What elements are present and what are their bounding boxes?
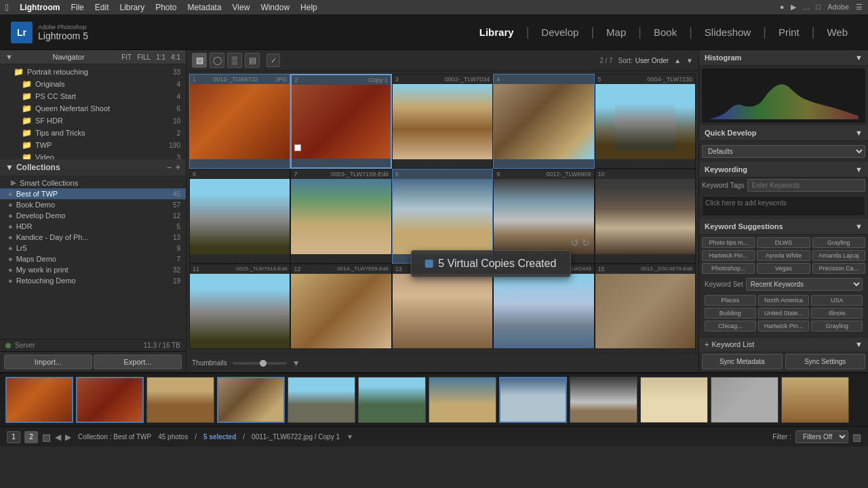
menu-photo[interactable]: Photo <box>155 3 176 12</box>
page-2-button[interactable]: 2 <box>24 431 38 443</box>
menu-edit[interactable]: Edit <box>95 3 109 12</box>
kw-list-collapse[interactable]: ▼ <box>855 340 863 348</box>
tab-library[interactable]: Library <box>470 24 524 41</box>
quick-develop-header[interactable]: Quick Develop ▼ <box>699 125 868 141</box>
photo-cell-12[interactable]: 12 0014-_TLW7659-Edit <box>290 264 391 350</box>
preset-select[interactable]: Defaults <box>702 145 865 158</box>
tab-map[interactable]: Map <box>597 24 635 41</box>
photo-cell-9[interactable]: 9 0012-_TLW6909 ↺ ↻ . . . . . <box>493 169 594 264</box>
quick-develop-collapse[interactable]: ▼ <box>855 129 863 137</box>
compare-view-button[interactable]: ▒ <box>227 53 242 68</box>
folder-item[interactable]: 📁 Video 3 <box>0 151 186 159</box>
sync-settings-button[interactable]: Sync Settings <box>785 354 866 369</box>
tab-print[interactable]: Print <box>769 24 809 41</box>
filmstrip-thumb-2[interactable] <box>76 377 144 423</box>
export-button[interactable]: Export... <box>94 354 182 369</box>
sys-icon-more[interactable]: ... <box>803 3 809 12</box>
collection-lr5[interactable]: ● Lr5 9 <box>0 243 186 253</box>
place-chip[interactable]: Building <box>705 308 756 319</box>
slider-thumb[interactable] <box>260 360 267 367</box>
suggestion-chip[interactable]: Hartwick Pin... <box>702 250 755 261</box>
folder-item[interactable]: 📁 PS CC Start 4 <box>0 90 186 102</box>
apple-menu[interactable]:  <box>5 2 9 13</box>
tab-develop[interactable]: Develop <box>532 24 588 41</box>
collections-minus[interactable]: − <box>167 163 172 172</box>
photo-cell-7[interactable]: 7 0003-_TLW7159-Edit . . . . . <box>290 169 391 264</box>
collection-best-twp[interactable]: ● Best of TWP 45 <box>0 188 186 199</box>
place-chip[interactable]: USA <box>811 295 863 306</box>
photo-cell-4[interactable]: 4 . . . . . <box>493 74 594 169</box>
collection-retouching[interactable]: ● Retouching Demo 19 <box>0 275 186 286</box>
collection-kandice[interactable]: ● Kandice - Day of Ph... 13 <box>0 232 186 243</box>
tab-book[interactable]: Book <box>644 24 686 41</box>
tab-slideshow[interactable]: Slideshow <box>695 24 760 41</box>
nav-fit[interactable]: FIT <box>121 54 132 61</box>
collection-hdr[interactable]: ● HDR 5 <box>0 221 186 232</box>
import-button[interactable]: Import... <box>4 354 92 369</box>
collections-header[interactable]: ▼ Collections − + <box>0 159 186 176</box>
photo-cell-8[interactable]: 8 . . . . . <box>392 169 493 264</box>
folder-item[interactable]: 📁 Queen Nefertari Shoot 6 <box>0 102 186 115</box>
photo-cell-11[interactable]: 11 0015-_TLW7914-Edit <box>189 264 290 350</box>
sys-icon-adobe[interactable]: Adobe <box>827 3 849 12</box>
suggestion-chip[interactable]: DLWS <box>757 237 810 248</box>
menu-file[interactable]: File <box>71 3 83 12</box>
filmstrip-thumb-12[interactable] <box>781 377 849 423</box>
tab-web[interactable]: Web <box>817 24 857 41</box>
folder-item[interactable]: 📁 TWP 190 <box>0 139 186 151</box>
histogram-collapse[interactable]: ▼ <box>855 54 863 62</box>
filmstrip-thumb-3[interactable] <box>146 377 214 423</box>
photo-cell-6[interactable]: 6 . . . . . <box>189 169 290 264</box>
collection-maps[interactable]: ● Maps Demo 7 <box>0 253 186 264</box>
filmstrip-thumb-9[interactable] <box>570 377 637 423</box>
photo-cell-1[interactable]: 1 0011-_TLW6722 JPG . . . . . <box>189 74 290 169</box>
filename-dropdown-icon[interactable]: ▼ <box>347 433 353 441</box>
folder-item[interactable]: 📁 Tips and Tricks 2 <box>0 127 186 139</box>
place-chip[interactable]: North America <box>758 295 810 306</box>
sort-asc-icon[interactable]: ▲ <box>674 57 681 64</box>
filmstrip-thumb-6[interactable] <box>358 377 426 423</box>
app-menu-name[interactable]: Lightroom <box>20 3 60 12</box>
view-grid-icon[interactable]: ▧ <box>42 432 51 443</box>
suggestion-chip[interactable]: Ayoola White <box>757 250 810 261</box>
photo-cell-5[interactable]: 5 0004-_TLW7230 . . . . . <box>595 74 696 169</box>
nav-1to1[interactable]: 1:1 <box>156 54 165 61</box>
photo-cell-2[interactable]: 2 Copy 1 . . . . . <box>290 74 391 169</box>
suggestion-chip[interactable]: Precision Ca... <box>812 263 865 274</box>
folder-item[interactable]: 📁 Originals 4 <box>0 78 186 90</box>
suggestion-chip[interactable]: Grayling <box>812 237 865 248</box>
place-chip[interactable]: Grayling <box>811 321 863 331</box>
grid-expand-icon[interactable]: ▼ <box>292 359 300 368</box>
collection-smart[interactable]: ▶ Smart Collections <box>0 177 186 188</box>
filmstrip-thumb-4[interactable] <box>217 377 285 423</box>
filter-icon[interactable]: ▧ <box>852 432 861 443</box>
filmstrip-thumb-5[interactable] <box>288 377 355 423</box>
place-chip[interactable]: Illinois <box>811 308 863 319</box>
folder-item[interactable]: 📁 SF HDR 10 <box>0 115 186 127</box>
collections-plus[interactable]: + <box>176 163 180 172</box>
photo-cell-10[interactable]: 10 . . . . . <box>595 169 696 264</box>
menu-window[interactable]: Window <box>260 3 290 12</box>
histogram-header[interactable]: Histogram ▼ <box>699 50 868 66</box>
photo-cell-3[interactable]: 3 0002-_TLW7034 . . . . . <box>392 74 493 169</box>
nav-zoom[interactable]: 4:1 <box>171 54 180 61</box>
keyword-tags-input[interactable] <box>747 179 865 192</box>
nav-next-icon[interactable]: ▶ <box>65 432 71 442</box>
keyword-set-select[interactable]: Recent Keywords <box>746 278 863 291</box>
page-1-button[interactable]: 1 <box>7 431 20 443</box>
sort-option[interactable]: User Order <box>635 57 669 64</box>
place-chip[interactable]: Places <box>705 295 756 306</box>
navigator-triangle[interactable]: ▼ <box>5 53 13 61</box>
filmstrip-thumb-8[interactable] <box>499 377 567 423</box>
flag-icon[interactable]: ✓ <box>267 54 280 67</box>
collection-develop-demo[interactable]: ● Develop Demo 12 <box>0 210 186 221</box>
photo-cell-15[interactable]: 15 0012-_DSC4879-Edit <box>595 264 696 350</box>
kw-list-plus[interactable]: + <box>705 340 709 348</box>
sync-metadata-button[interactable]: Sync Metadata <box>702 354 783 369</box>
sys-icon-win[interactable]: □ <box>816 3 821 12</box>
menu-metadata[interactable]: Metadata <box>188 3 222 12</box>
nav-fill[interactable]: FILL <box>137 54 151 61</box>
place-chip[interactable]: Hartwick Pin... <box>758 321 810 331</box>
keywording-header[interactable]: Keywording ▼ <box>699 162 868 178</box>
sys-icon-cam[interactable]: ▶ <box>791 3 796 12</box>
